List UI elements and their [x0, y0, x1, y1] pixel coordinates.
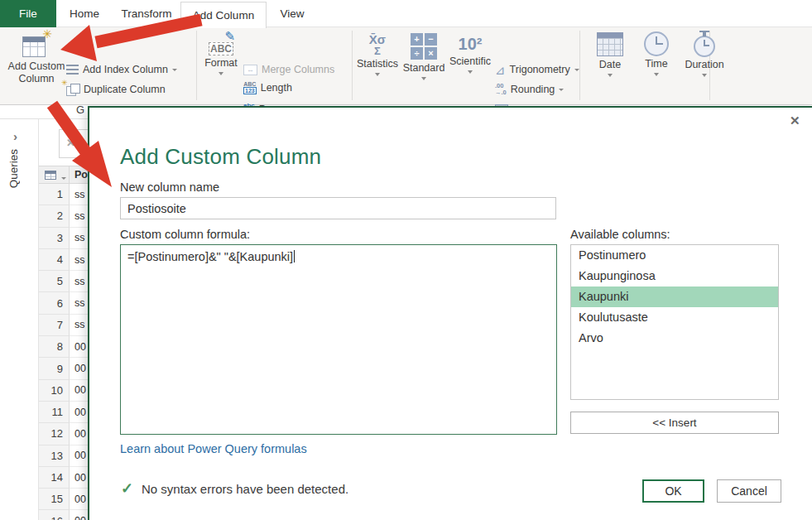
- row-number: 6: [39, 292, 70, 314]
- duplicate-column-button[interactable]: ✳ Duplicate Column: [66, 82, 166, 97]
- row-number: 1: [39, 184, 70, 205]
- add-index-column-button[interactable]: Add Index Column: [66, 62, 177, 77]
- ok-button[interactable]: OK: [642, 479, 704, 503]
- rounding-button[interactable]: .00→.0 Rounding: [495, 82, 564, 97]
- grid-rows: 1 ss 2 ss 3 ss 4 ss: [39, 184, 92, 520]
- column-list-item[interactable]: Postinumero: [571, 245, 778, 266]
- standard-label: Standard: [403, 62, 445, 75]
- date-label: Date: [599, 59, 621, 71]
- row-number: 4: [39, 249, 70, 271]
- standard-operations-icon: +− ÷×: [411, 33, 437, 60]
- ribbon-separator: [196, 31, 197, 100]
- table-row[interactable]: 12 00: [39, 423, 92, 445]
- format-label: Format: [204, 57, 238, 70]
- duplicate-column-label: Duplicate Column: [84, 84, 166, 95]
- ribbon-tab-bar: File Home Transform Add Column View: [0, 0, 812, 27]
- dialog-title: Add Custom Column: [120, 144, 321, 170]
- chevron-down-icon: [702, 74, 707, 77]
- merge-columns-icon: ↔: [243, 65, 257, 75]
- trigonometry-icon: ⊿: [495, 64, 506, 76]
- length-icon: ABC 123: [243, 81, 257, 94]
- tab-file[interactable]: File: [0, 0, 56, 27]
- calendar-icon: [597, 32, 623, 56]
- cancel-icon[interactable]: ✕: [66, 137, 75, 149]
- grid-header-row: Po: [39, 166, 92, 184]
- row-number: 2: [39, 205, 70, 227]
- new-column-name-input[interactable]: [120, 197, 556, 219]
- row-number: 16: [39, 510, 70, 520]
- tab-view[interactable]: View: [273, 0, 311, 27]
- row-number: 3: [39, 228, 70, 249]
- row-number: 5: [39, 271, 70, 292]
- power-query-editor-window: File Home Transform Add Column View ✳ Ad…: [0, 0, 812, 520]
- tab-transform[interactable]: Transform: [111, 0, 182, 27]
- tab-home[interactable]: Home: [65, 0, 104, 27]
- row-number: 14: [39, 467, 70, 489]
- scientific-button[interactable]: 10² Scientific: [447, 29, 493, 104]
- duration-button[interactable]: Duration: [680, 29, 728, 104]
- learn-formulas-link[interactable]: Learn about Power Query formulas: [120, 442, 307, 455]
- chevron-down-icon: [61, 177, 66, 180]
- date-button[interactable]: Date: [589, 29, 631, 104]
- statistics-icon: X̄σ Σ: [369, 33, 386, 56]
- format-button[interactable]: ABC ✎ Format: [200, 29, 242, 104]
- text-cursor: [294, 250, 295, 262]
- table-row[interactable]: 1 ss: [39, 184, 92, 205]
- chevron-down-icon: [608, 74, 613, 77]
- table-row[interactable]: 7 ss: [39, 315, 92, 336]
- select-all-corner[interactable]: [39, 166, 70, 184]
- close-icon[interactable]: ✕: [790, 113, 800, 128]
- chevron-down-icon: [654, 73, 659, 76]
- row-number: 8: [39, 336, 70, 358]
- standard-button[interactable]: +− ÷× Standard: [402, 29, 445, 104]
- add-index-column-label: Add Index Column: [83, 64, 168, 75]
- ribbon: ✳ Add Custom Column Add Index Column ✳ D…: [0, 27, 812, 105]
- table-row[interactable]: 6 ss: [39, 292, 92, 314]
- table-row[interactable]: 8 00: [39, 336, 92, 358]
- cancel-button[interactable]: Cancel: [717, 479, 781, 503]
- duplicate-column-icon: ✳: [66, 84, 79, 95]
- table-row[interactable]: 13 00: [39, 445, 92, 467]
- row-number: 9: [39, 358, 70, 379]
- merge-columns-label: Merge Columns: [262, 64, 334, 75]
- formula-bar-cancel-box: ✕: [59, 129, 92, 158]
- table-row[interactable]: 5 ss: [39, 271, 92, 292]
- table-row[interactable]: 16 00: [39, 510, 92, 520]
- formula-editor[interactable]: =[Postinumero]&" "&[Kaupunki]: [120, 244, 557, 435]
- merge-columns-button[interactable]: ↔ Merge Columns: [243, 62, 334, 77]
- stopwatch-icon: [694, 36, 715, 57]
- row-number: 7: [39, 315, 70, 336]
- duration-label: Duration: [685, 59, 723, 71]
- table-row[interactable]: 2 ss: [39, 205, 92, 227]
- formula-text: =[Postinumero]&" "&[Kaupunki]: [127, 250, 293, 263]
- table-row[interactable]: 3 ss: [39, 228, 92, 249]
- data-grid: Po 1 ss 2 ss 3 ss 4: [39, 166, 92, 520]
- table-row[interactable]: 15 00: [39, 489, 92, 510]
- add-custom-column-button[interactable]: ✳ Add Custom Column: [5, 29, 68, 104]
- chevron-down-icon: [421, 77, 426, 80]
- time-button[interactable]: Time: [636, 29, 677, 104]
- table-row[interactable]: 11 00: [39, 402, 92, 423]
- table-row[interactable]: 14 00: [39, 467, 92, 489]
- statistics-button[interactable]: X̄σ Σ Statistics: [356, 29, 399, 104]
- custom-column-table-icon: ✳: [22, 31, 51, 58]
- clipped-text: G: [76, 104, 84, 116]
- column-list-item[interactable]: Kaupunginosa: [571, 266, 778, 286]
- table-row[interactable]: 10 00: [39, 380, 92, 402]
- insert-button[interactable]: << Insert: [570, 412, 779, 434]
- table-row[interactable]: 9 00: [39, 358, 92, 379]
- chevron-down-icon: [219, 72, 223, 75]
- formula-label: Custom column formula:: [120, 228, 250, 241]
- tab-add-column[interactable]: Add Column: [180, 2, 267, 28]
- add-custom-column-label: Add Custom Column: [5, 60, 68, 85]
- column-list-item[interactable]: Kaupunki: [571, 286, 778, 307]
- expand-pane-icon[interactable]: ›: [13, 129, 17, 143]
- column-list-item[interactable]: Koulutusaste: [571, 307, 778, 328]
- queries-pane-label[interactable]: Queries: [7, 149, 20, 188]
- index-column-icon: [66, 65, 79, 75]
- table-row[interactable]: 4 ss: [39, 249, 92, 271]
- trigonometry-button[interactable]: ⊿ Trigonometry: [495, 62, 579, 77]
- length-button[interactable]: ABC 123 Length: [243, 80, 292, 95]
- column-list-item[interactable]: Arvo: [571, 328, 778, 349]
- available-columns-list[interactable]: Postinumero Kaupunginosa Kaupunki Koulut…: [570, 244, 779, 400]
